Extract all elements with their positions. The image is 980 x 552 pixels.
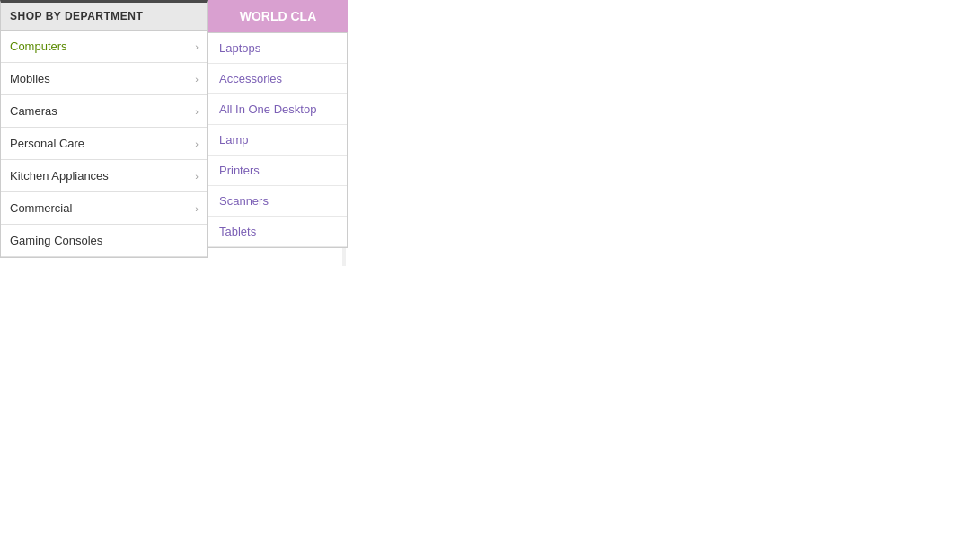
chevron-right-icon: › [195,138,199,149]
submenu-item-tablets[interactable]: Tablets [208,217,347,247]
page-container: SHOP BY DEPARTMENT Computers › Mobiles ›… [0,0,346,258]
chevron-right-icon: › [195,74,199,85]
sidebar-item-personal-care[interactable]: Personal Care › [1,128,207,160]
banner-area: WORLD CLA [208,0,348,32]
chevron-right-icon: › [195,41,199,52]
chevron-right-icon: › [195,106,199,117]
chevron-right-icon: › [195,171,199,182]
sidebar-item-label: Mobiles [10,72,50,85]
sidebar: SHOP BY DEPARTMENT Computers › Mobiles ›… [0,0,208,258]
submenu-item-printers[interactable]: Printers [208,156,347,186]
sidebar-item-commercial[interactable]: Commercial › [1,192,207,225]
sidebar-item-gaming-consoles[interactable]: Gaming Consoles [1,225,207,257]
sidebar-item-label: Kitchen Appliances [10,169,109,183]
chevron-right-icon: › [195,203,199,214]
sidebar-item-mobiles[interactable]: Mobiles › [1,63,207,95]
sidebar-item-computers[interactable]: Computers › [1,31,207,63]
sidebar-item-label: Gaming Consoles [10,234,102,247]
submenu-item-all-in-one-desktop[interactable]: All In One Desktop [208,94,347,125]
sidebar-item-label: Personal Care [10,137,84,150]
sidebar-item-kitchen-appliances[interactable]: Kitchen Appliances › [1,160,207,192]
sidebar-item-label: Cameras [10,104,57,118]
submenu-item-scanners[interactable]: Scanners [208,186,347,217]
submenu-item-lamp[interactable]: Lamp [208,125,347,156]
banner-text: WORLD CLA [240,9,317,23]
sidebar-item-label: Computers [10,40,67,53]
sidebar-item-label: Commercial [10,201,72,215]
submenu: Laptops Accessories All In One Desktop L… [208,32,348,248]
submenu-item-laptops[interactable]: Laptops [208,33,347,64]
sidebar-header: SHOP BY DEPARTMENT [1,3,207,31]
submenu-item-accessories[interactable]: Accessories [208,64,347,94]
sidebar-item-cameras[interactable]: Cameras › [1,95,207,128]
